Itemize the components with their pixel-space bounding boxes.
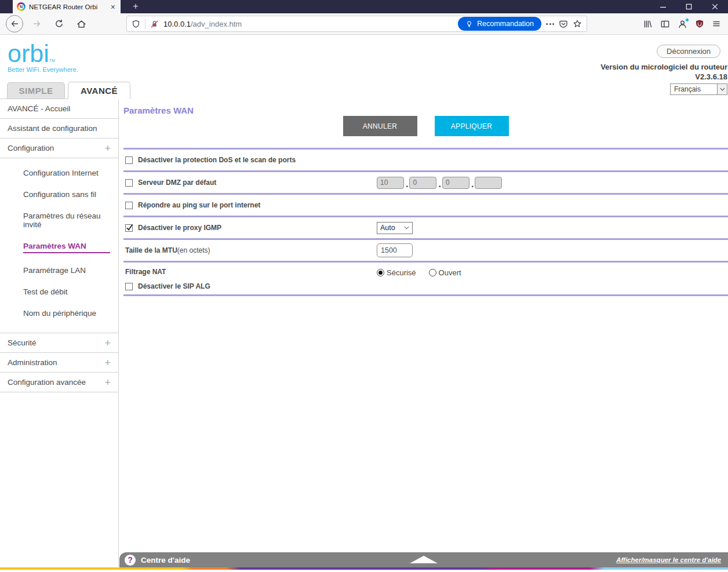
- orbi-tagline: Better WiFi. Everywhere.: [8, 66, 78, 73]
- recommendation-label: Recommandation: [477, 20, 534, 28]
- dmz-ip-octet-3[interactable]: [442, 177, 469, 189]
- tab-close-icon[interactable]: ×: [110, 3, 117, 11]
- reload-button[interactable]: [51, 16, 67, 32]
- tracking-shield-icon[interactable]: [132, 20, 140, 28]
- netgear-favicon-icon: N: [17, 2, 26, 11]
- igmp-proxy-checkbox[interactable]: [125, 224, 133, 232]
- page-actions-icon[interactable]: [546, 23, 554, 25]
- nat-filtering-label: Filtrage NAT: [125, 268, 377, 276]
- url-text: 10.0.0.1/adv_index.htm: [163, 20, 242, 28]
- dos-protection-checkbox[interactable]: [125, 156, 133, 164]
- toolbar-right-icons: [643, 19, 722, 29]
- dmz-server-checkbox[interactable]: [125, 179, 133, 187]
- row-nat-filtering: Filtrage NAT Désactiver le SIP ALG Sécur…: [123, 263, 728, 296]
- cancel-button[interactable]: ANNULER: [343, 116, 417, 136]
- language-select[interactable]: Français: [670, 83, 727, 95]
- action-buttons: ANNULER APPLIQUER: [123, 116, 728, 136]
- sidebar-item-nom-du-peripherique[interactable]: Nom du périphérique: [0, 303, 116, 324]
- home-button[interactable]: [73, 16, 89, 32]
- nat-secure-option[interactable]: Sécurisé: [377, 268, 416, 277]
- page-body: AVANCÉ - Accueil Assistant de configurat…: [0, 99, 728, 572]
- igmp-proxy-select[interactable]: Auto: [377, 222, 413, 234]
- plus-icon[interactable]: +: [104, 145, 111, 152]
- dmz-ip-octet-4[interactable]: [475, 177, 502, 189]
- insecure-lock-icon[interactable]: [150, 20, 159, 28]
- dmz-ip-fields: . . .: [377, 176, 502, 190]
- bookmark-star-icon[interactable]: [573, 19, 582, 28]
- router-admin-page: orbiTM Better WiFi. Everywhere. Déconnex…: [0, 35, 728, 572]
- row-dos-protection: Désactiver la protection DoS et le scan …: [123, 150, 728, 172]
- apply-button[interactable]: APPLIQUER: [435, 116, 509, 136]
- urlbar-separator: [145, 19, 145, 29]
- plus-icon[interactable]: +: [104, 379, 111, 386]
- url-bar[interactable]: 10.0.0.1/adv_index.htm Recommandation: [126, 16, 587, 32]
- library-icon[interactable]: [643, 19, 653, 29]
- nat-open-option[interactable]: Ouvert: [429, 268, 461, 277]
- sidebar-item-configuration[interactable]: Configuration +: [0, 139, 118, 158]
- menu-hamburger-icon[interactable]: [712, 19, 721, 28]
- firmware-version-block: Version du micrologiciel du routeur V2.3…: [600, 62, 727, 82]
- ping-response-checkbox[interactable]: [125, 202, 133, 209]
- radio-unselected-icon[interactable]: [429, 269, 436, 276]
- pocket-icon[interactable]: [559, 19, 568, 28]
- sidebar-item-configuration-internet[interactable]: Configuration Internet: [0, 162, 116, 184]
- url-host: 10.0.0.1: [163, 20, 191, 28]
- firmware-version-label: Version du micrologiciel du routeur: [600, 62, 727, 72]
- browser-tab[interactable]: N NETGEAR Router Orbi ×: [13, 0, 121, 13]
- mtu-size-input[interactable]: [377, 243, 413, 257]
- back-button[interactable]: [6, 15, 23, 32]
- sidebar-item-accueil[interactable]: AVANCÉ - Accueil: [0, 99, 118, 119]
- rainbow-stripe: [0, 567, 728, 570]
- recommendation-pill[interactable]: Recommandation: [458, 17, 541, 31]
- row-dmz-server: Serveur DMZ par défaut . . .: [123, 172, 728, 195]
- sidebar-item-assistant[interactable]: Assistant de configuration: [0, 119, 118, 139]
- dmz-ip-octet-1[interactable]: [377, 177, 404, 189]
- sidebar-item-configuration-sans-fil[interactable]: Configuration sans fil: [0, 184, 116, 205]
- tab-avance[interactable]: AVANCÉ: [68, 82, 130, 99]
- sidebar-item-reseau-invite[interactable]: Paramètres du réseau invité: [0, 205, 116, 235]
- plus-icon[interactable]: +: [104, 359, 111, 366]
- dmz-ip-octet-2[interactable]: [409, 177, 436, 189]
- nat-filtering-radios: Sécurisé Ouvert: [377, 268, 461, 277]
- mode-tabs: SIMPLE AVANCÉ: [7, 82, 130, 99]
- logout-button[interactable]: Déconnexion: [657, 45, 720, 58]
- tab-simple[interactable]: SIMPLE: [7, 82, 65, 99]
- sidebar-menu: AVANCÉ - Accueil Assistant de configurat…: [0, 99, 119, 567]
- language-selected-value: Français: [671, 84, 717, 94]
- orbi-logo: orbiTM Better WiFi. Everywhere.: [8, 41, 78, 73]
- help-center-bar: ? Centre d'aide Afficher/masquer le cent…: [119, 552, 728, 567]
- row-igmp-proxy: Désactiver le proxy IGMP Auto: [123, 217, 728, 240]
- browser-titlebar: N NETGEAR Router Orbi × +: [0, 0, 728, 13]
- browser-tab-title: NETGEAR Router Orbi: [29, 3, 106, 10]
- collapse-triangle-icon[interactable]: [410, 556, 438, 563]
- help-center-title: Centre d'aide: [141, 556, 190, 564]
- page-header: orbiTM Better WiFi. Everywhere. Déconnex…: [0, 35, 728, 99]
- sidebar-item-parametres-wan[interactable]: Paramètres WAN: [0, 235, 116, 260]
- sip-alg-checkbox[interactable]: [125, 283, 133, 290]
- account-icon[interactable]: [678, 19, 687, 29]
- sidebar-item-test-de-debit[interactable]: Test de débit: [0, 281, 116, 303]
- language-select-arrow[interactable]: [717, 84, 727, 94]
- sidebar-item-securite[interactable]: Sécurité +: [0, 333, 118, 353]
- plus-icon[interactable]: +: [104, 340, 111, 347]
- window-maximize-button[interactable]: [676, 0, 702, 13]
- ublock-icon[interactable]: [695, 19, 704, 28]
- igmp-proxy-select-value: Auto: [380, 224, 395, 232]
- forward-button[interactable]: [29, 16, 45, 32]
- sidebar-item-administration[interactable]: Administration +: [0, 353, 118, 373]
- window-close-button[interactable]: [702, 0, 728, 13]
- window-controls: [650, 0, 728, 13]
- sidebar-toggle-icon[interactable]: [660, 19, 670, 29]
- new-tab-button[interactable]: +: [128, 0, 144, 13]
- help-center-toggle-link[interactable]: Afficher/masquer le centre d'aide: [616, 556, 721, 563]
- sidebar-item-parametrage-lan[interactable]: Paramétrage LAN: [0, 260, 116, 281]
- orbi-logo-tm: TM: [49, 59, 55, 63]
- account-notification-dot: [685, 18, 689, 22]
- radio-selected-icon[interactable]: [377, 269, 384, 276]
- main-content: Paramètres WAN ANNULER APPLIQUER Désacti…: [119, 99, 728, 572]
- chevron-down-icon: [404, 226, 409, 229]
- window-minimize-button[interactable]: [650, 0, 676, 13]
- browser-toolbar: 10.0.0.1/adv_index.htm Recommandation: [0, 13, 728, 35]
- url-path: /adv_index.htm: [191, 20, 242, 28]
- sidebar-item-configuration-avancee[interactable]: Configuration avancée +: [0, 373, 118, 392]
